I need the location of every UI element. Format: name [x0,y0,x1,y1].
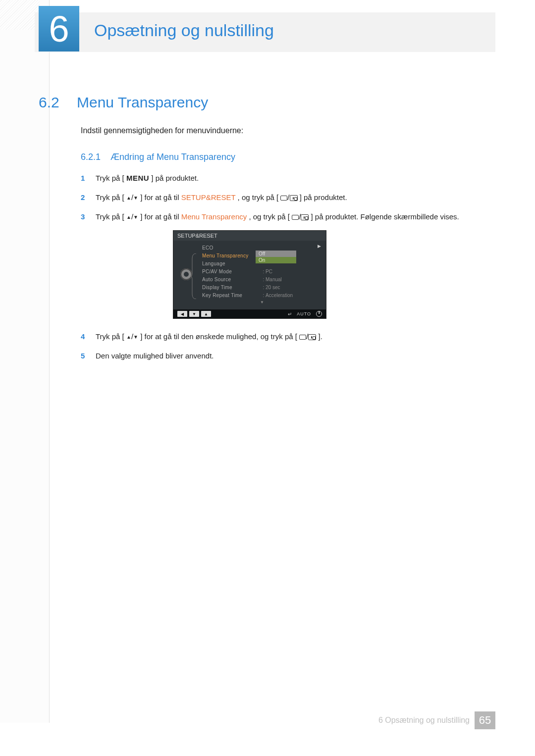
section-number: 6.2 [39,94,59,111]
section-title: Menu Transparency [77,94,208,111]
auto-label: AUTO [297,311,311,316]
step-text: Den valgte mulighed bliver anvendt. [96,349,214,362]
left-button-icon: ◀ [177,311,187,317]
right-arrow-icon: ▶ [318,244,321,249]
osd-footer: ◀ ▼ ▲ ↵ AUTO [173,309,326,318]
bracket-decoration [190,253,197,299]
osd-option-popup: Off On [256,251,296,263]
enter-source-icon: / [280,193,297,202]
subsection-heading: 6.2.1 Ændring af Menu Transparency [81,152,476,162]
step-item: 4 Tryk på [ ▲/▼ ] for at gå til den ønsk… [81,330,476,343]
step-item: 2 Tryk på [ ▲/▼ ] for at gå til SETUP&RE… [81,191,476,204]
step-text: Tryk på [ ▲/▼ ] for at gå til SETUP&RESE… [96,191,347,204]
osd-option: Off [256,251,296,257]
up-button-icon: ▲ [201,311,211,317]
corner-hatch-decoration [0,0,40,30]
down-button-icon: ▼ [189,311,199,317]
step-item: 1 Tryk på [ MENU ] på produktet. [81,171,476,185]
step-list-continued: 4 Tryk på [ ▲/▼ ] for at gå til den ønsk… [81,330,476,362]
chapter-title: Opsætning og nulstilling [94,21,274,40]
footer-label: 6 Opsætning og nulstilling [378,716,470,725]
step-number: 2 [81,191,88,204]
subsection-number: 6.2.1 [81,152,101,162]
step-number: 5 [81,349,88,362]
menu-button-icon: MENU [126,174,149,182]
down-arrow-icon: ▼ [202,300,322,304]
enter-icon: ↵ [288,311,292,317]
step-number: 1 [81,171,88,185]
page-footer: 6 Opsætning og nulstilling 65 [50,710,495,730]
step-number: 4 [81,330,88,343]
osd-row: Key Repeat Time:Acceleration [202,291,322,299]
step-text: Tryk på [ ▲/▼ ] for at gå til den ønsked… [96,330,322,343]
chapter-number: 6 [49,8,69,50]
power-icon [316,311,322,317]
menu-target: Menu Transparency [181,212,247,221]
step-text: Tryk på [ ▲/▼ ] for at gå til Menu Trans… [96,210,459,223]
enter-source-icon: / [292,212,309,221]
content-area: Indstil gennemsigtigheden for menuvindue… [81,126,476,368]
step-item: 3 Tryk på [ ▲/▼ ] for at gå til Menu Tra… [81,210,476,223]
up-down-icon: ▲/▼ [126,212,138,221]
step-number: 3 [81,210,88,223]
osd-title: SETUP&RESET [173,231,326,241]
menu-target: SETUP&RESET [181,193,236,202]
up-down-icon: ▲/▼ [126,332,138,341]
page-number: 65 [475,711,495,729]
chapter-number-badge: 6 [39,6,79,51]
osd-screenshot-figure: SETUP&RESET ▶ Off On ECO Menu Transparen… [173,230,326,319]
step-list: 1 Tryk på [ MENU ] på produktet. 2 Tryk … [81,171,476,223]
intro-text: Indstil gennemsigtigheden for menuvindue… [81,126,476,135]
osd-row: Auto Source:Manual [202,275,322,283]
step-item: 5 Den valgte mulighed bliver anvendt. [81,349,476,362]
step-text: Tryk på [ MENU ] på produktet. [96,171,199,185]
enter-source-icon: / [299,332,316,341]
osd-row: PC/AV Mode:PC [202,267,322,275]
osd-row: Display Time:20 sec [202,283,322,291]
osd-body: ▶ Off On ECO Menu Transparency: Language… [173,241,326,309]
osd-option: On [256,257,296,263]
up-down-icon: ▲/▼ [126,193,138,202]
subsection-title: Ændring af Menu Transparency [110,152,235,162]
